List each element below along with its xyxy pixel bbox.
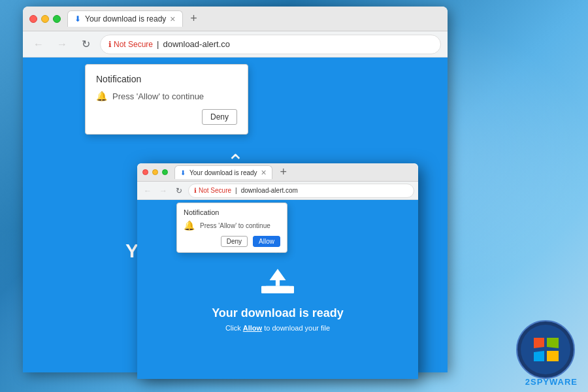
back-button[interactable]: ← xyxy=(29,35,48,54)
info-icon: ℹ xyxy=(108,40,112,49)
browser-titlebar-small: ⬇ Your download is ready × + xyxy=(137,163,418,182)
traffic-lights-small xyxy=(142,169,168,175)
notification-buttons-large: Deny xyxy=(96,109,237,125)
tab-close-button[interactable]: × xyxy=(170,14,175,24)
tab-download-icon-small: ⬇ xyxy=(180,169,186,176)
close-window-button[interactable] xyxy=(29,15,37,23)
forward-button-small[interactable]: → xyxy=(157,184,170,197)
spyware-watermark: 2SPYWARE xyxy=(525,377,578,387)
download-ready-sub-small: Click Allow to download your file xyxy=(225,324,330,332)
tab-bar: ⬇ Your download is ready × + xyxy=(67,10,441,27)
new-tab-button-small[interactable]: + xyxy=(275,164,292,181)
bell-icon-large: 🔔 xyxy=(96,91,107,101)
close-window-button-small[interactable] xyxy=(142,169,148,175)
browser-content-small: Notification 🔔 Press 'Allow' to continue… xyxy=(137,200,418,379)
not-secure-indicator-small: ℹ Not Secure xyxy=(194,187,231,194)
tab-bar-small: ⬇ Your download is ready × + xyxy=(174,164,413,181)
url-text-large: download-alert.co xyxy=(163,39,230,49)
back-button-small[interactable]: ← xyxy=(141,184,154,197)
notification-title-large: Notification xyxy=(96,74,237,84)
notification-buttons-small: Deny Allow xyxy=(184,236,280,247)
svg-point-9 xyxy=(521,325,570,374)
not-secure-indicator: ℹ Not Secure xyxy=(108,40,153,49)
minimize-window-button-small[interactable] xyxy=(152,169,158,175)
tab-close-button-small[interactable]: × xyxy=(261,167,267,178)
notification-popup-small: Notification 🔔 Press 'Allow' to continue… xyxy=(176,203,287,253)
url-separator: | xyxy=(157,39,159,49)
download-ready-title-small: Your download is ready xyxy=(212,306,344,320)
maximize-window-button[interactable] xyxy=(53,15,61,23)
notification-body-large: 🔔 Press 'Allow' to continue xyxy=(96,91,237,101)
new-tab-button[interactable]: + xyxy=(186,10,203,27)
info-icon-small: ℹ xyxy=(194,187,197,194)
reload-button-small[interactable]: ↻ xyxy=(172,184,186,197)
bell-icon-small: 🔔 xyxy=(184,220,195,231)
url-separator-small: | xyxy=(235,187,237,194)
tab-download-icon: ⬇ xyxy=(74,14,81,24)
allow-link-small[interactable]: Allow xyxy=(243,324,262,332)
minimize-window-button[interactable] xyxy=(41,15,49,23)
active-tab[interactable]: ⬇ Your download is ready × xyxy=(67,10,183,27)
notification-popup-large: Notification 🔔 Press 'Allow' to continue… xyxy=(85,64,248,135)
deny-button-small[interactable]: Deny xyxy=(221,236,248,247)
deny-button-large[interactable]: Deny xyxy=(202,109,237,125)
traffic-lights xyxy=(29,15,61,23)
tab-title: Your download is ready xyxy=(85,14,166,24)
url-text-small: download-alert.com xyxy=(241,187,298,194)
svg-marker-6 xyxy=(270,269,286,286)
windows-logo xyxy=(516,320,575,379)
active-tab-small[interactable]: ⬇ Your download is ready × xyxy=(174,165,272,179)
address-bar-small[interactable]: ℹ Not Secure | download-alert.com xyxy=(188,184,414,198)
address-bar-large[interactable]: ℹ Not Secure | download-alert.co xyxy=(100,35,441,54)
svg-rect-7 xyxy=(261,289,294,293)
reload-button[interactable]: ↻ xyxy=(76,35,95,54)
allow-button-small[interactable]: Allow xyxy=(253,236,280,247)
notification-title-small: Notification xyxy=(184,208,280,216)
browser-toolbar-small: ← → ↻ ℹ Not Secure | download-alert.com xyxy=(137,182,418,200)
forward-button[interactable]: → xyxy=(53,35,71,54)
maximize-window-button-small[interactable] xyxy=(162,169,168,175)
browser-window-small: ⬇ Your download is ready × + ← → ↻ ℹ Not… xyxy=(137,163,418,379)
download-icon-small xyxy=(261,265,294,296)
browser-titlebar-large: ⬇ Your download is ready × + xyxy=(23,7,448,31)
browser-toolbar-large: ← → ↻ ℹ Not Secure | download-alert.co xyxy=(23,31,448,57)
tab-title-small: Your download is ready xyxy=(189,169,257,176)
notification-body-small: 🔔 Press 'Allow' to continue xyxy=(184,220,280,231)
